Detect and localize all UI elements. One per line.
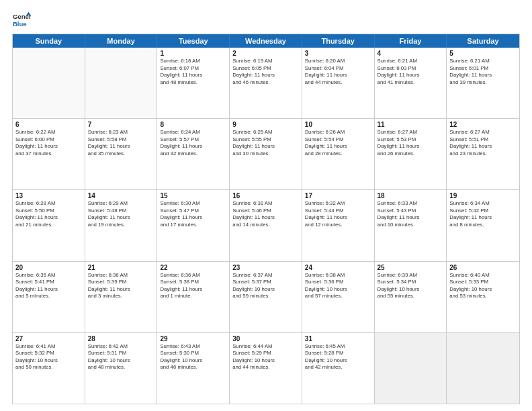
day-number: 27	[15, 335, 82, 342]
day-number: 9	[232, 121, 299, 128]
calendar-cell-1-2: 8Sunrise: 6:24 AMSunset: 5:57 PMDaylight…	[157, 119, 230, 189]
calendar-cell-3-0: 20Sunrise: 6:35 AMSunset: 5:41 PMDayligh…	[13, 262, 85, 332]
cell-info: Sunrise: 6:19 AMSunset: 6:05 PMDaylight:…	[232, 58, 299, 86]
day-header-thursday: Thursday	[302, 34, 375, 48]
cell-info: Sunrise: 6:24 AMSunset: 5:57 PMDaylight:…	[160, 129, 226, 157]
day-number: 5	[449, 50, 517, 57]
cell-info: Sunrise: 6:25 AMSunset: 5:55 PMDaylight:…	[232, 129, 299, 157]
cell-info: Sunrise: 6:44 AMSunset: 5:29 PMDaylight:…	[232, 343, 299, 371]
cell-info: Sunrise: 6:26 AMSunset: 5:54 PMDaylight:…	[305, 129, 371, 157]
calendar: SundayMondayTuesdayWednesdayThursdayFrid…	[12, 34, 520, 404]
cell-info: Sunrise: 6:43 AMSunset: 5:30 PMDaylight:…	[160, 343, 226, 371]
cell-info: Sunrise: 6:21 AMSunset: 6:01 PMDaylight:…	[449, 58, 517, 86]
calendar-row-3: 20Sunrise: 6:35 AMSunset: 5:41 PMDayligh…	[13, 262, 519, 333]
day-header-tuesday: Tuesday	[157, 34, 230, 48]
calendar-cell-2-2: 15Sunrise: 6:30 AMSunset: 5:47 PMDayligh…	[157, 190, 230, 261]
cell-info: Sunrise: 6:22 AMSunset: 6:00 PMDaylight:…	[15, 129, 82, 157]
day-number: 3	[305, 50, 371, 57]
calendar-cell-4-5	[375, 333, 447, 404]
cell-info: Sunrise: 6:37 AMSunset: 5:37 PMDaylight:…	[232, 272, 299, 300]
calendar-row-1: 6Sunrise: 6:22 AMSunset: 6:00 PMDaylight…	[13, 119, 519, 190]
calendar-cell-0-0	[13, 48, 85, 118]
day-number: 7	[88, 121, 154, 128]
cell-info: Sunrise: 6:21 AMSunset: 6:03 PMDaylight:…	[378, 58, 444, 86]
day-number: 25	[378, 264, 444, 271]
day-number: 21	[88, 264, 154, 271]
day-number: 24	[305, 264, 371, 271]
cell-info: Sunrise: 6:28 AMSunset: 5:50 PMDaylight:…	[15, 200, 82, 228]
calendar-cell-3-3: 23Sunrise: 6:37 AMSunset: 5:37 PMDayligh…	[230, 262, 302, 332]
cell-info: Sunrise: 6:36 AMSunset: 5:39 PMDaylight:…	[88, 272, 154, 300]
calendar-cell-1-3: 9Sunrise: 6:25 AMSunset: 5:55 PMDaylight…	[230, 119, 302, 189]
calendar-cell-4-6	[447, 333, 519, 404]
calendar-cell-3-1: 21Sunrise: 6:36 AMSunset: 5:39 PMDayligh…	[85, 262, 158, 332]
calendar-cell-1-0: 6Sunrise: 6:22 AMSunset: 6:00 PMDaylight…	[13, 119, 85, 189]
day-header-saturday: Saturday	[447, 34, 519, 48]
day-number: 16	[232, 192, 299, 199]
calendar-cell-4-2: 29Sunrise: 6:43 AMSunset: 5:30 PMDayligh…	[157, 333, 230, 404]
cell-info: Sunrise: 6:38 AMSunset: 5:36 PMDaylight:…	[305, 272, 371, 300]
calendar-cell-2-0: 13Sunrise: 6:28 AMSunset: 5:50 PMDayligh…	[13, 190, 85, 261]
cell-info: Sunrise: 6:32 AMSunset: 5:44 PMDaylight:…	[305, 200, 371, 228]
day-number: 29	[160, 335, 226, 342]
calendar-cell-0-5: 4Sunrise: 6:21 AMSunset: 6:03 PMDaylight…	[375, 48, 447, 118]
calendar-cell-0-1	[85, 48, 158, 118]
cell-info: Sunrise: 6:27 AMSunset: 5:53 PMDaylight:…	[378, 129, 444, 157]
cell-info: Sunrise: 6:29 AMSunset: 5:48 PMDaylight:…	[88, 200, 154, 228]
cell-info: Sunrise: 6:31 AMSunset: 5:46 PMDaylight:…	[232, 200, 299, 228]
calendar-cell-0-4: 3Sunrise: 6:20 AMSunset: 6:04 PMDaylight…	[302, 48, 375, 118]
day-number: 8	[160, 121, 226, 128]
calendar-cell-4-0: 27Sunrise: 6:41 AMSunset: 5:32 PMDayligh…	[13, 333, 85, 404]
day-number: 19	[449, 192, 517, 199]
calendar-cell-0-2: 1Sunrise: 6:18 AMSunset: 6:07 PMDaylight…	[157, 48, 230, 118]
calendar-row-2: 13Sunrise: 6:28 AMSunset: 5:50 PMDayligh…	[13, 190, 519, 261]
day-number: 6	[15, 121, 82, 128]
day-number: 17	[305, 192, 371, 199]
calendar-body: 1Sunrise: 6:18 AMSunset: 6:07 PMDaylight…	[13, 48, 519, 404]
day-header-monday: Monday	[85, 34, 158, 48]
day-number: 23	[232, 264, 299, 271]
day-number: 22	[160, 264, 226, 271]
day-header-wednesday: Wednesday	[230, 34, 302, 48]
logo: General Blue	[12, 11, 31, 30]
calendar-row-4: 27Sunrise: 6:41 AMSunset: 5:32 PMDayligh…	[13, 333, 519, 404]
day-number: 20	[15, 264, 82, 271]
cell-info: Sunrise: 6:39 AMSunset: 5:34 PMDaylight:…	[378, 272, 444, 300]
day-number: 26	[449, 264, 517, 271]
calendar-cell-2-6: 19Sunrise: 6:34 AMSunset: 5:42 PMDayligh…	[447, 190, 519, 261]
calendar-cell-2-1: 14Sunrise: 6:29 AMSunset: 5:48 PMDayligh…	[85, 190, 158, 261]
calendar-cell-4-3: 30Sunrise: 6:44 AMSunset: 5:29 PMDayligh…	[230, 333, 302, 404]
cell-info: Sunrise: 6:41 AMSunset: 5:32 PMDaylight:…	[15, 343, 82, 371]
day-number: 4	[378, 50, 444, 57]
calendar-cell-2-4: 17Sunrise: 6:32 AMSunset: 5:44 PMDayligh…	[302, 190, 375, 261]
day-number: 31	[305, 335, 371, 342]
calendar-cell-1-5: 11Sunrise: 6:27 AMSunset: 5:53 PMDayligh…	[375, 119, 447, 189]
day-number: 12	[449, 121, 517, 128]
cell-info: Sunrise: 6:27 AMSunset: 5:51 PMDaylight:…	[449, 129, 517, 157]
day-header-friday: Friday	[375, 34, 447, 48]
day-number: 15	[160, 192, 226, 199]
cell-info: Sunrise: 6:33 AMSunset: 5:43 PMDaylight:…	[378, 200, 444, 228]
calendar-cell-1-4: 10Sunrise: 6:26 AMSunset: 5:54 PMDayligh…	[302, 119, 375, 189]
cell-info: Sunrise: 6:20 AMSunset: 6:04 PMDaylight:…	[305, 58, 371, 86]
svg-text:Blue: Blue	[13, 20, 27, 28]
calendar-cell-2-5: 18Sunrise: 6:33 AMSunset: 5:43 PMDayligh…	[375, 190, 447, 261]
day-header-sunday: Sunday	[13, 34, 85, 48]
cell-info: Sunrise: 6:45 AMSunset: 5:28 PMDaylight:…	[305, 343, 371, 371]
calendar-cell-0-3: 2Sunrise: 6:19 AMSunset: 6:05 PMDaylight…	[230, 48, 302, 118]
day-number: 14	[88, 192, 154, 199]
day-number: 11	[378, 121, 444, 128]
calendar-cell-2-3: 16Sunrise: 6:31 AMSunset: 5:46 PMDayligh…	[230, 190, 302, 261]
calendar-header-row: SundayMondayTuesdayWednesdayThursdayFrid…	[13, 34, 519, 48]
day-number: 1	[160, 50, 226, 57]
cell-info: Sunrise: 6:35 AMSunset: 5:41 PMDaylight:…	[15, 272, 82, 300]
calendar-cell-3-5: 25Sunrise: 6:39 AMSunset: 5:34 PMDayligh…	[375, 262, 447, 332]
day-number: 28	[88, 335, 154, 342]
calendar-cell-1-1: 7Sunrise: 6:23 AMSunset: 5:58 PMDaylight…	[85, 119, 158, 189]
day-number: 13	[15, 192, 82, 199]
calendar-cell-0-6: 5Sunrise: 6:21 AMSunset: 6:01 PMDaylight…	[447, 48, 519, 118]
page: General Blue SundayMondayTuesdayWednesda…	[0, 0, 532, 411]
cell-info: Sunrise: 6:30 AMSunset: 5:47 PMDaylight:…	[160, 200, 226, 228]
cell-info: Sunrise: 6:36 AMSunset: 5:38 PMDaylight:…	[160, 272, 226, 300]
day-number: 30	[232, 335, 299, 342]
